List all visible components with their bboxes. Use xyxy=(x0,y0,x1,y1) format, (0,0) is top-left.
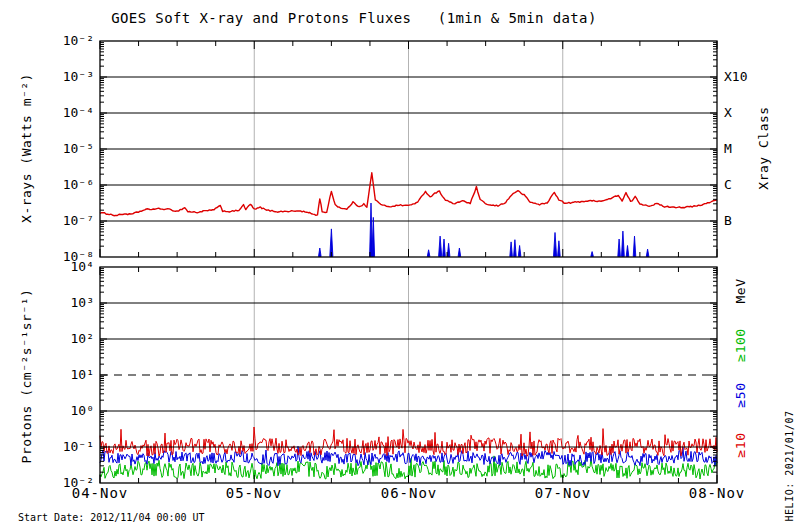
chart-title: GOES Soft X-ray and Protons Fluxes (1min… xyxy=(111,10,597,26)
proton-ytick-label: 10² xyxy=(30,331,94,347)
helio-credit: HELIO: 2021/01/07 xyxy=(784,411,795,522)
xray-class-axis-label: Xray Class xyxy=(756,106,771,189)
proton-threshold-label-ge10: ≥10 xyxy=(733,433,748,458)
proton-threshold-label-ge100: ≥100 xyxy=(733,328,748,361)
x-tick-label-04nov: 04-Nov xyxy=(72,485,129,501)
x-tick-label-07nov: 07-Nov xyxy=(535,485,592,501)
xray-ytick-label: 10⁻² xyxy=(30,33,94,49)
flux-chart-svg xyxy=(0,0,800,530)
proton-mev-axis-label: MeV xyxy=(733,279,748,304)
xray-y-axis-label: X-rays (Watts m⁻²) xyxy=(19,73,34,223)
xray-class-label-m: M xyxy=(724,141,732,157)
xray-class-label-c: C xyxy=(724,177,732,193)
xray-ytick-label: 10⁻⁷ xyxy=(30,213,94,229)
proton-threshold-label-ge50: ≥50 xyxy=(733,383,748,408)
xray-ytick-label: 10⁻⁵ xyxy=(30,141,94,157)
xray-ytick-label: 10⁻⁶ xyxy=(30,177,94,193)
x-tick-label-08nov: 08-Nov xyxy=(689,485,746,501)
proton-y-axis-label: Protons (cm⁻²s⁻¹sr⁻¹) xyxy=(19,289,34,464)
proton-ytick-label: 10³ xyxy=(30,295,94,311)
xray-ytick-label: 10⁻³ xyxy=(30,69,94,85)
xray-ytick-label: 10⁻⁴ xyxy=(30,105,94,121)
x-tick-label-05nov: 05-Nov xyxy=(226,485,283,501)
proton-ytick-label: 10¹ xyxy=(30,367,94,383)
xray-class-label-b: B xyxy=(724,213,732,229)
xray-class-label-x: X xyxy=(724,105,732,121)
start-date-label: Start Date: 2012/11/04 00:00 UT xyxy=(18,512,205,523)
goes-flux-plot: GOES Soft X-ray and Protons Fluxes (1min… xyxy=(0,0,800,530)
x-tick-label-06nov: 06-Nov xyxy=(381,485,438,501)
xray-class-label-x10: X10 xyxy=(724,69,747,85)
proton-ytick-label: 10⁰ xyxy=(30,403,94,419)
proton-ytick-label: 10⁴ xyxy=(30,259,94,275)
proton-ytick-label: 10⁻¹ xyxy=(30,439,94,455)
